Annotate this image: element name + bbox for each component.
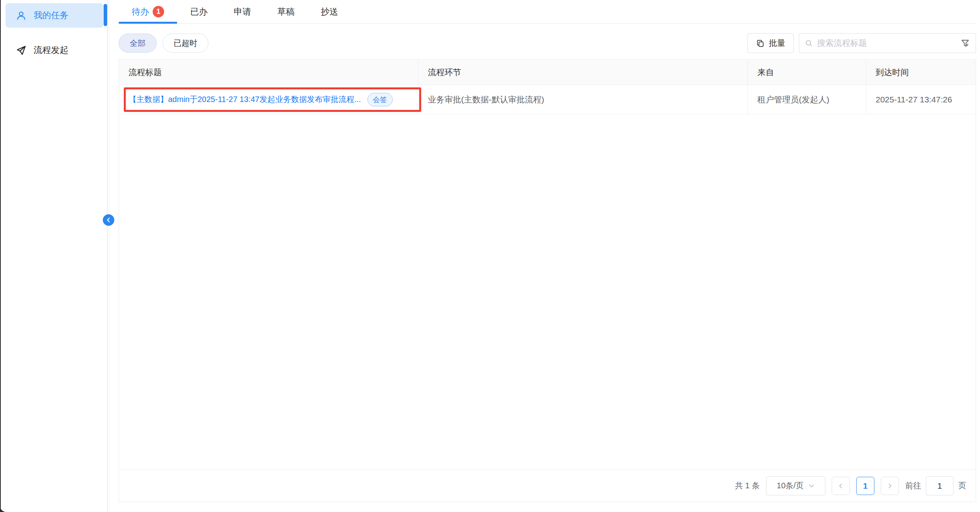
chevron-left-icon (838, 483, 844, 489)
copy-icon (756, 39, 765, 48)
goto-page: 前往 页 (905, 476, 966, 495)
toolbar: 全部 已超时 批量 (119, 33, 976, 53)
chevron-down-icon (808, 483, 815, 489)
page-unit-label: 页 (958, 480, 966, 491)
tab-label: 已办 (190, 6, 208, 18)
cell-arrival-time: 2025-11-27 13:47:26 (866, 85, 976, 114)
sidebar-item-label: 我的任务 (34, 9, 68, 21)
chevron-right-icon (887, 483, 893, 489)
filter-chips: 全部 已超时 (119, 34, 208, 53)
toolbar-right: 批量 (747, 33, 976, 53)
pagination-total: 共 1 条 (735, 480, 760, 491)
page-size-value: 10条/页 (777, 480, 804, 491)
sidebar: 我的任务 流程发起 (1, 0, 108, 512)
sidebar-item-my-tasks[interactable]: 我的任务 (6, 3, 103, 28)
next-page-button[interactable] (881, 477, 899, 495)
cell-from: 租户管理员(发起人) (748, 85, 866, 114)
chip-overdue[interactable]: 已超时 (163, 34, 208, 53)
window-left-edge (0, 0, 1, 512)
sidebar-item-label: 流程发起 (34, 44, 68, 56)
todo-count-badge: 1 (153, 6, 164, 17)
send-icon (16, 45, 26, 56)
app-window: 我的任务 流程发起 待办 1 已办 (0, 0, 980, 512)
search-icon (805, 39, 813, 47)
main-content: 待办 1 已办 申请 草稿 抄送 全部 已超时 (108, 0, 980, 512)
prev-page-button[interactable] (832, 477, 850, 495)
cell-process-step: 业务审批(主数据-默认审批流程) (418, 85, 748, 114)
page-number-button[interactable]: 1 (856, 477, 874, 495)
tab-label: 待办 (132, 6, 149, 18)
sidebar-active-indicator (104, 4, 107, 26)
chip-label: 已超时 (174, 38, 197, 49)
chip-all[interactable]: 全部 (119, 34, 157, 53)
chevron-left-icon (106, 217, 112, 223)
batch-button-label: 批量 (769, 38, 785, 49)
tab-applications[interactable]: 申请 (221, 0, 264, 23)
page-size-select[interactable]: 10条/页 (766, 476, 825, 495)
user-icon (16, 10, 26, 21)
table-empty-area (119, 114, 976, 469)
column-header-step: 流程环节 (418, 60, 748, 85)
tab-done[interactable]: 已办 (177, 0, 221, 23)
tab-drafts[interactable]: 草稿 (264, 0, 308, 23)
task-table: 流程标题 流程环节 来自 到达时间 【主数据】admin于2025-11-27 … (119, 59, 976, 502)
process-title-link[interactable]: 【主数据】admin于2025-11-27 13:47发起业务数据发布审批流程.… (129, 94, 361, 105)
tab-label: 抄送 (321, 6, 338, 18)
column-header-from: 来自 (748, 60, 866, 85)
tab-label: 草稿 (277, 6, 295, 18)
tab-cc[interactable]: 抄送 (308, 0, 351, 23)
goto-label: 前往 (905, 480, 921, 491)
sidebar-item-start-process[interactable]: 流程发起 (6, 38, 103, 62)
chip-label: 全部 (130, 38, 146, 49)
pagination: 共 1 条 10条/页 1 (119, 469, 976, 502)
task-tabs: 待办 1 已办 申请 草稿 抄送 (119, 0, 976, 24)
filter-funnel-icon[interactable] (960, 38, 970, 48)
column-header-title: 流程标题 (119, 60, 418, 85)
tab-todo[interactable]: 待办 1 (119, 0, 177, 23)
search-box (799, 33, 976, 53)
column-header-arrival: 到达时间 (866, 60, 976, 85)
window-corner (0, 506, 6, 512)
tab-label: 申请 (234, 6, 251, 18)
batch-button[interactable]: 批量 (747, 33, 794, 53)
table-header: 流程标题 流程环节 来自 到达时间 (119, 60, 976, 85)
cell-process-title: 【主数据】admin于2025-11-27 13:47发起业务数据发布审批流程.… (119, 85, 418, 114)
goto-page-input[interactable] (926, 476, 954, 495)
countersign-tag: 会签 (367, 93, 393, 106)
sidebar-collapse-button[interactable] (103, 214, 114, 226)
search-input[interactable] (817, 38, 956, 48)
table-row: 【主数据】admin于2025-11-27 13:47发起业务数据发布审批流程.… (119, 85, 976, 114)
